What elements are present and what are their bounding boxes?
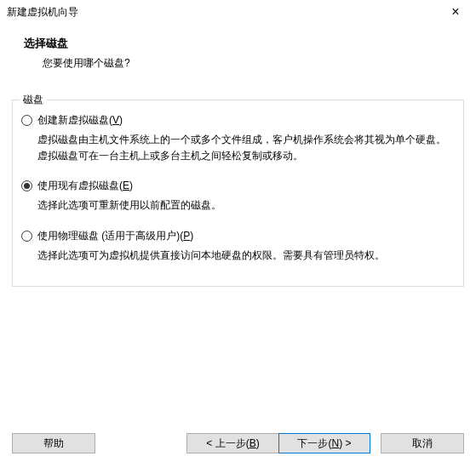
radio-icon (21, 115, 32, 126)
close-icon[interactable]: × (440, 5, 471, 19)
option-description: 虚拟磁盘由主机文件系统上的一个或多个文件组成，客户机操作系统会将其视为单个硬盘。… (37, 132, 448, 164)
radio-label: 使用现有虚拟磁盘(E) (37, 179, 133, 193)
disk-fieldset: 磁盘 创建新虚拟磁盘(V) 虚拟磁盘由主机文件系统上的一个或多个文件组成，客户机… (12, 100, 464, 287)
radio-physical-disk[interactable]: 使用物理磁盘 (适用于高级用户)(P) (21, 228, 455, 244)
help-button[interactable]: 帮助 (12, 433, 95, 453)
fieldset-legend: 磁盘 (20, 93, 47, 107)
option-physical-disk: 使用物理磁盘 (适用于高级用户)(P) 选择此选项可为虚拟机提供直接访问本地硬盘… (21, 228, 455, 264)
wizard-header: 选择磁盘 您要使用哪个磁盘? (0, 24, 476, 84)
cancel-button[interactable]: 取消 (381, 433, 464, 453)
radio-label: 使用物理磁盘 (适用于高级用户)(P) (37, 229, 193, 243)
page-title: 选择磁盘 (24, 36, 459, 51)
button-bar: 帮助 < 上一步(B) 下一步(N) > 取消 (0, 433, 476, 453)
option-existing-disk: 使用现有虚拟磁盘(E) 选择此选项可重新使用以前配置的磁盘。 (21, 178, 455, 214)
titlebar: 新建虚拟机向导 × (0, 0, 476, 24)
radio-create-new-disk[interactable]: 创建新虚拟磁盘(V) (21, 112, 455, 128)
option-description: 选择此选项可重新使用以前配置的磁盘。 (37, 197, 448, 214)
next-button[interactable]: 下一步(N) > (278, 433, 370, 453)
radio-icon (21, 231, 32, 242)
option-description: 选择此选项可为虚拟机提供直接访问本地硬盘的权限。需要具有管理员特权。 (37, 248, 448, 264)
radio-icon (21, 180, 32, 191)
page-subtitle: 您要使用哪个磁盘? (24, 56, 459, 71)
back-button[interactable]: < 上一步(B) (186, 433, 278, 453)
radio-label: 创建新虚拟磁盘(V) (37, 113, 123, 128)
option-create-new-disk: 创建新虚拟磁盘(V) 虚拟磁盘由主机文件系统上的一个或多个文件组成，客户机操作系… (21, 112, 455, 164)
window-title: 新建虚拟机向导 (7, 5, 78, 20)
radio-existing-disk[interactable]: 使用现有虚拟磁盘(E) (21, 178, 455, 194)
